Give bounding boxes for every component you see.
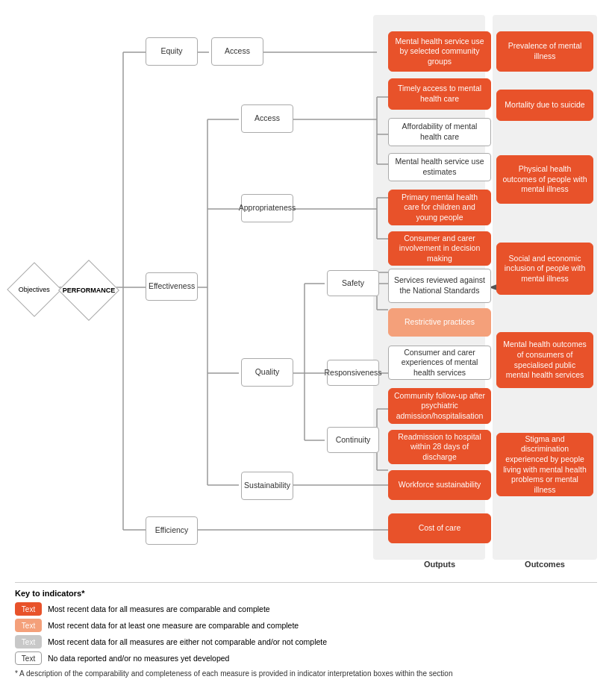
output-o7[interactable]: Services reviewed against the National S… (388, 269, 491, 303)
access-eff-box: Access (241, 104, 293, 133)
efficiency-box: Efficiency (146, 516, 198, 545)
continuity-box: Continuity (327, 427, 379, 453)
performance-label: PERFORMANCE (63, 287, 116, 295)
output-o6[interactable]: Consumer and carer involvement in decisi… (388, 231, 491, 266)
access-equity-box: Access (211, 37, 263, 66)
output-o3[interactable]: Affordability of mental health care (388, 118, 491, 146)
effectiveness-box: Effectiveness (146, 272, 198, 301)
safety-box: Safety (327, 270, 379, 296)
key-item-1: Text Most recent data for all measures a… (15, 602, 597, 616)
key-color-1: Text (15, 602, 42, 616)
output-o11[interactable]: Readmission to hospital within 28 days o… (388, 430, 491, 464)
diagram-container: Objectives PERFORMANCE Equity Effectiven… (7, 7, 605, 575)
key-color-2: Text (15, 619, 42, 632)
objectives-label: Objectives (19, 286, 50, 294)
output-o2[interactable]: Timely access to mental health care (388, 78, 491, 110)
output-o8[interactable]: Restrictive practices (388, 308, 491, 337)
output-o10[interactable]: Community follow-up after psychiatric ad… (388, 388, 491, 424)
responsiveness-box: Responsiveness (327, 360, 379, 386)
key-section: Key to indicators* Text Most recent data… (15, 582, 597, 678)
quality-box: Quality (241, 358, 293, 387)
sustainability-box: Sustainability (241, 472, 293, 500)
outcome-oc3[interactable]: Physical health outcomes of people with … (496, 155, 593, 204)
key-item-4: Text No data reported and/or no measures… (15, 651, 597, 665)
outcome-oc4[interactable]: Social and economic inclusion of people … (496, 243, 593, 295)
outputs-label: Outputs (388, 560, 491, 569)
equity-box: Equity (146, 37, 198, 66)
key-item-3: Text Most recent data for all measures a… (15, 635, 597, 649)
outcome-oc5[interactable]: Mental health outcomes of consumers of s… (496, 332, 593, 388)
key-color-3: Text (15, 635, 42, 649)
output-o4[interactable]: Mental health service use estimates (388, 153, 491, 181)
appropriateness-box: Appropriateness (241, 194, 293, 222)
performance-diamond: PERFORMANCE (58, 260, 119, 321)
key-title: Key to indicators* (15, 589, 597, 598)
outcome-oc1[interactable]: Prevalence of mental illness (496, 31, 593, 72)
key-color-4: Text (15, 651, 42, 665)
key-item-2: Text Most recent data for at least one m… (15, 619, 597, 632)
outcome-oc6[interactable]: Stigma and discrimination experienced by… (496, 433, 593, 496)
objectives-diamond: Objectives (7, 262, 62, 317)
output-o1[interactable]: Mental health service use by selected co… (388, 31, 491, 72)
output-o9[interactable]: Consumer and carer experiences of mental… (388, 346, 491, 380)
outcome-oc2[interactable]: Mortality due to suicide (496, 90, 593, 121)
output-o13[interactable]: Cost of care (388, 513, 491, 543)
key-note: * A description of the comparability and… (15, 669, 597, 678)
output-o12[interactable]: Workforce sustainability (388, 470, 491, 500)
outcomes-label: Outcomes (496, 560, 593, 569)
output-o5[interactable]: Primary mental health care for children … (388, 190, 491, 225)
